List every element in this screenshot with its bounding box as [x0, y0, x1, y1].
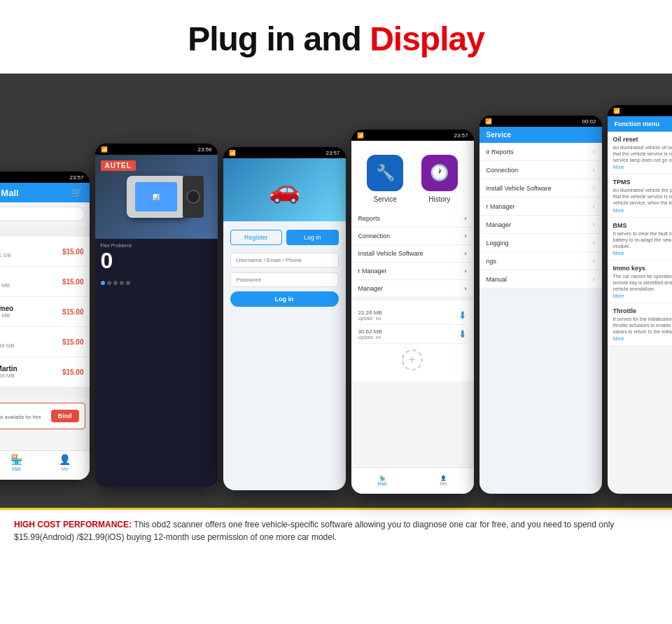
brand-item-acura[interactable]: ACURA ACURA V1.00 87.48 MB $15.00	[0, 327, 90, 357]
chevron-icon: ›	[592, 275, 594, 283]
chevron-icon: ›	[592, 257, 594, 265]
history-label: History	[428, 195, 450, 203]
chevron-right-icon: ›	[465, 233, 467, 240]
status-bar-3: 📶 23:57	[223, 147, 346, 158]
mall-screen: Mall 🛒 🔍 Search A AUDI AUDI V1.00 1.41 G…	[0, 183, 90, 480]
dot-5	[126, 281, 130, 285]
car-icon: 🚗	[269, 175, 300, 204]
login-submit-button[interactable]: Log in	[230, 291, 339, 307]
mall-bottom-nav: ⌂ Home 🏪 Mall 👤 Me	[0, 450, 90, 480]
reports-item-6[interactable]: Logging ›	[479, 234, 602, 252]
nav-me-p4[interactable]: 👤 Me	[440, 476, 447, 486]
vci-warning: VCI not bound One vehicle software is av…	[0, 403, 85, 429]
phone-login: 📶 23:57 🚗 Register Log in Log in	[223, 147, 346, 490]
header-section: Plug in and Display	[0, 0, 672, 74]
problems-count: 0	[101, 248, 212, 274]
reports-item-4[interactable]: r Manager ›	[479, 197, 602, 216]
phone-mall: 📶 ◀ ▶ ⬛ 23:57 Mall 🛒 🔍 Search A AUDI AUD…	[0, 172, 90, 480]
footer-highlight: HIGH COST PERFORMANCE:	[14, 520, 132, 529]
login-form: Register Log in Log in	[223, 221, 346, 315]
nav-mall-p4[interactable]: 🏪 Mall	[378, 476, 387, 486]
dot-2	[107, 281, 111, 285]
reports-item-7[interactable]: ngs ›	[479, 252, 602, 270]
phone-function-menu: 📶 00:02 Function menu ✎ Oil reset An ill…	[608, 105, 673, 494]
section-b: B	[0, 387, 90, 398]
function-menu-title: Function menu	[615, 120, 660, 127]
esc-area: ESC	[608, 346, 673, 363]
camera-attachment	[183, 176, 204, 218]
download-icon-2[interactable]: ⬇	[458, 328, 467, 340]
login-screen: 🚗 Register Log in Log in	[223, 158, 346, 490]
list-item-manager1[interactable]: r Manager ›	[351, 263, 474, 280]
service-icon-item[interactable]: 🔧 Service	[367, 155, 403, 203]
phone-service-history: 📶 23:57 🔧 Service 🕐 History Reports › Co…	[351, 130, 474, 494]
chevron-right-icon: ›	[465, 215, 467, 222]
me-nav-icon-p4: 👤	[440, 476, 447, 481]
bind-button[interactable]: Bind	[51, 410, 79, 422]
mall-nav-icon: 🏪	[379, 476, 386, 481]
autel-logo: AUTEL	[101, 160, 136, 171]
brand-item-abarth[interactable]: ABARTH Abarth V1.00 160 MB $15.00	[0, 267, 90, 297]
phones-section: 📶 ◀ ▶ ⬛ 23:57 Mall 🛒 🔍 Search A AUDI AUD…	[0, 74, 672, 508]
reports-title: Service	[486, 131, 512, 139]
service-icon: 🔧	[367, 155, 403, 191]
reports-item-2[interactable]: Connection ›	[479, 161, 602, 179]
chevron-right-icon: ›	[465, 285, 467, 292]
chevron-icon: ›	[592, 148, 594, 155]
reports-item-install[interactable]: Install Vehicle Software ›	[479, 179, 602, 197]
function-screen: Function menu ✎ Oil reset An illuminated…	[608, 116, 673, 494]
brand-item-aston[interactable]: ASTONMARTIN Aston Martin V1.00 11.69 MB …	[0, 357, 90, 387]
list-item-connection[interactable]: Connection ›	[351, 228, 474, 245]
login-tab[interactable]: Log in	[286, 230, 339, 245]
download-icon-1[interactable]: ⬇	[458, 310, 467, 321]
search-bar[interactable]: 🔍 Search	[0, 207, 85, 221]
history-icon-item[interactable]: 🕐 History	[421, 155, 458, 203]
list-item-install-software[interactable]: Install Vehicle Software ›	[351, 245, 474, 263]
mall-icon: 🏪	[10, 454, 22, 465]
status-bar-5: 📶 00:02	[479, 116, 602, 127]
scanner-screen-inner: 📊	[135, 182, 177, 212]
page-title: Plug in and Display	[0, 20, 672, 58]
function-item-oil-reset[interactable]: Oil reset An illuminated vehicle oil ser…	[608, 132, 673, 174]
list-item-manager2[interactable]: Manager ›	[351, 280, 474, 298]
nav-me[interactable]: 👤 Me	[59, 454, 71, 477]
status-bar-2: 📶 23:56	[95, 144, 218, 155]
scanner-screen: AUTEL 📊 Flex Problems 0	[95, 155, 218, 487]
function-item-immo[interactable]: Immo keys The car cannot be operated nor…	[608, 261, 673, 303]
download-area: 22.26 MB update: oo ⬇ 30.62 MB update: o…	[351, 300, 474, 382]
chevron-icon: ›	[592, 239, 594, 247]
scanner-text-area: Flex Problems 0	[95, 239, 218, 278]
password-input[interactable]	[230, 272, 339, 287]
brand-item-alfa[interactable]: ALFAROMEO Alfa Romeo V1.00 160 MB $15.00	[0, 297, 90, 327]
mall-title: Mall	[0, 188, 71, 198]
title-black: Plug in and	[188, 20, 370, 57]
me-icon: 👤	[59, 454, 71, 465]
username-input[interactable]	[230, 253, 339, 268]
nav-mall[interactable]: 🏪 Mall	[10, 454, 22, 477]
phone4-bottom-nav: 🏪 Mall 👤 Me	[351, 467, 474, 494]
chevron-icon: ›	[592, 184, 594, 192]
reports-item-8[interactable]: Manual ›	[479, 270, 602, 289]
footer-section: HIGH COST PERFORMANCE: This obd2 scanner…	[0, 508, 672, 552]
status-bar-4: 📶 23:57	[351, 130, 474, 141]
register-tab[interactable]: Register	[230, 230, 283, 245]
cart-icon: 🛒	[71, 187, 83, 198]
download-item-2: 30.62 MB update: oo ⬇	[358, 325, 467, 344]
add-button[interactable]: +	[402, 349, 423, 370]
reports-item-1[interactable]: ir Reports ›	[479, 143, 602, 161]
chevron-right-icon: ›	[465, 250, 467, 257]
login-car-bg: 🚗	[223, 158, 346, 221]
function-item-throttle[interactable]: Throttle It serves for the initializatio…	[608, 303, 673, 346]
chevron-icon: ›	[592, 166, 594, 174]
chevron-icon: ›	[592, 202, 594, 210]
service-screen: 🔧 Service 🕐 History Reports › Connection…	[351, 141, 474, 494]
brand-item-audi[interactable]: AUDI AUDI V1.00 1.41 GB $15.00	[0, 237, 90, 267]
vci-title: VCI not bound	[0, 408, 51, 415]
list-item-reports[interactable]: Reports ›	[351, 210, 474, 228]
chevron-icon: ›	[592, 221, 594, 228]
reports-item-5[interactable]: Manager ›	[479, 216, 602, 234]
function-item-tpms[interactable]: TPMS An illuminated vehicle tire pressur…	[608, 174, 673, 217]
function-item-bms[interactable]: BMS It serves to clear the fault message…	[608, 218, 673, 261]
vci-sub: One vehicle software is available for fr…	[0, 415, 51, 424]
phone-reports: 📶 00:02 Service ir Reports › Connection …	[479, 116, 602, 494]
